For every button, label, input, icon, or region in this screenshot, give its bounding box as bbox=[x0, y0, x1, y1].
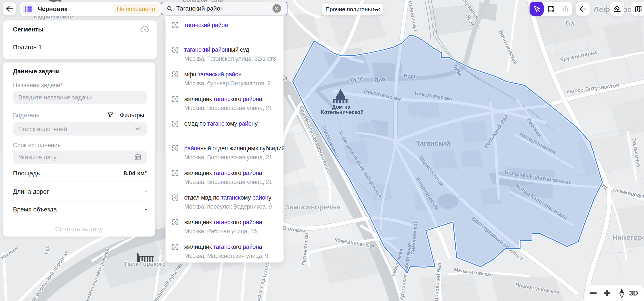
svg-text:Замоскворечье: Замоскворечье bbox=[284, 203, 340, 211]
svg-text:Нижегородский: Нижегородский bbox=[612, 234, 644, 241]
svg-text:Парк Горького: Парк Горького bbox=[125, 260, 166, 267]
